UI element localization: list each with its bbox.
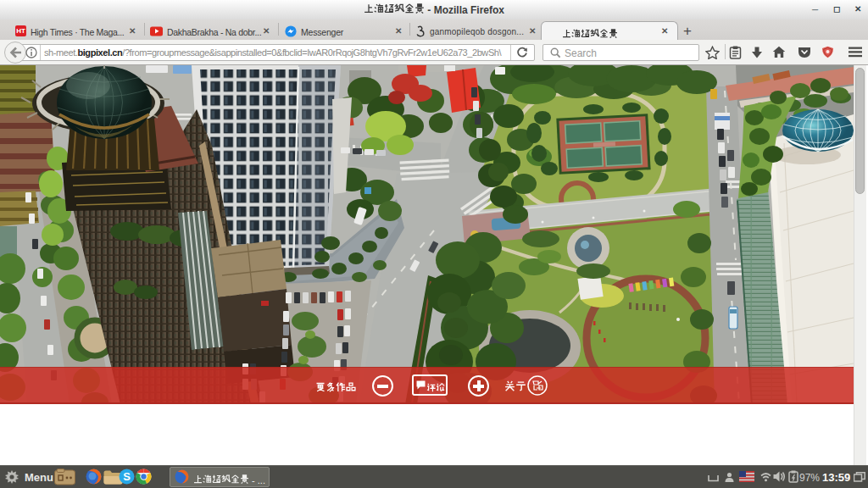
svg-text:S: S [123,470,131,483]
